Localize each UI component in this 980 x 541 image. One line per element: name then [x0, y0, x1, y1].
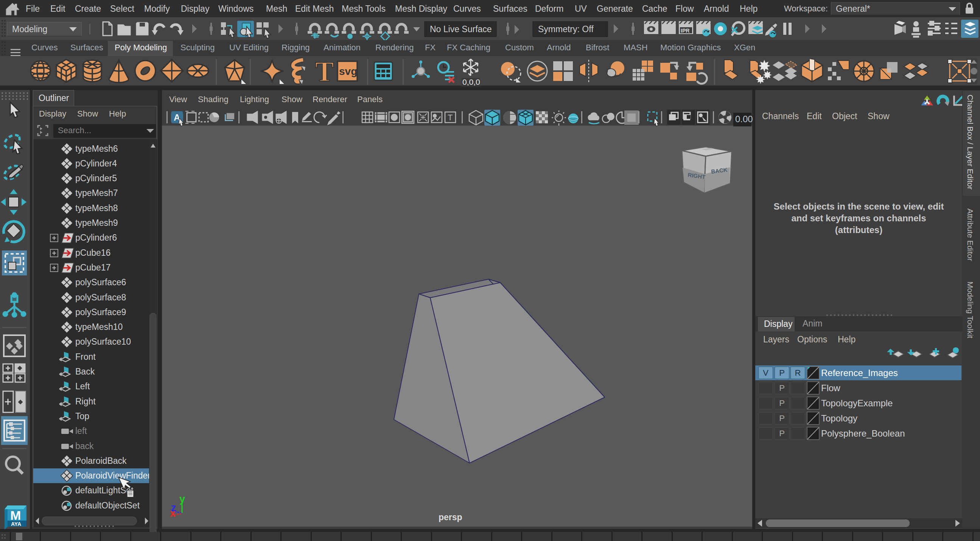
svg-text:M: M	[10, 508, 21, 522]
svg-text:0,0,0: 0,0,0	[462, 78, 480, 86]
svg-text:svg: svg	[339, 65, 357, 77]
svg-text:No Live Surface: No Live Surface	[430, 24, 492, 34]
svg-text:T: T	[448, 113, 453, 122]
svg-text:AYA: AYA	[11, 521, 21, 527]
svg-text:IPR: IPR	[681, 28, 689, 34]
svg-text:Symmetry: Off: Symmetry: Off	[538, 24, 594, 34]
svg-text:y: y	[179, 493, 185, 505]
svg-text:T: T	[315, 56, 334, 87]
svg-text:x: x	[170, 508, 175, 519]
